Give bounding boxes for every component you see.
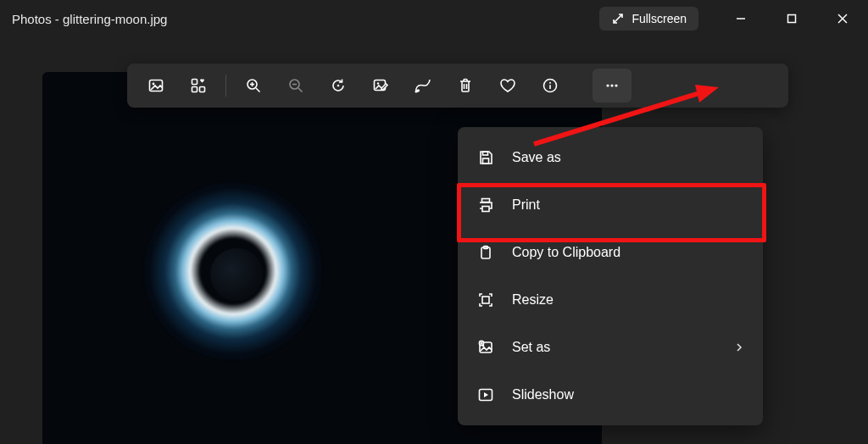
svg-rect-27 xyxy=(482,199,490,203)
chevron-right-icon xyxy=(734,342,744,352)
delete-button[interactable] xyxy=(445,69,486,103)
minimize-button[interactable] xyxy=(715,0,766,37)
print-icon xyxy=(476,196,495,214)
edit-image-icon xyxy=(372,77,389,94)
edit-image-button[interactable] xyxy=(360,69,401,103)
info-icon xyxy=(542,77,559,94)
trash-icon xyxy=(457,77,474,94)
info-button[interactable] xyxy=(530,69,570,103)
svg-rect-1 xyxy=(788,15,796,23)
zoom-out-button[interactable] xyxy=(275,69,316,103)
resize-icon xyxy=(476,291,495,309)
svg-line-10 xyxy=(256,88,260,92)
svg-point-22 xyxy=(606,84,609,86)
svg-point-5 xyxy=(153,83,155,86)
draw-button[interactable] xyxy=(403,69,443,103)
svg-point-18 xyxy=(377,82,379,84)
svg-line-14 xyxy=(298,88,303,92)
gallery-button[interactable] xyxy=(136,69,176,103)
maximize-button[interactable] xyxy=(766,0,817,37)
close-button[interactable] xyxy=(817,0,868,37)
fullscreen-label: Fullscreen xyxy=(632,12,687,25)
svg-rect-26 xyxy=(483,158,489,164)
save-icon xyxy=(476,148,495,167)
menu-label: Slideshow xyxy=(512,387,574,402)
heart-icon xyxy=(498,77,517,94)
menu-label: Set as xyxy=(512,340,550,355)
menu-item-set-as[interactable]: Set as xyxy=(458,324,763,371)
svg-rect-25 xyxy=(483,152,488,155)
menu-item-copy[interactable]: Copy to Clipboard xyxy=(458,229,763,276)
rotate-icon xyxy=(330,77,347,94)
window-controls xyxy=(715,0,868,37)
menu-item-slideshow[interactable]: Slideshow xyxy=(458,371,763,419)
window-title: Photos - glittering-moon.jpg xyxy=(12,12,167,26)
toolbar-separator xyxy=(225,75,226,97)
picture-icon xyxy=(147,77,164,94)
menu-label: Copy to Clipboard xyxy=(512,245,620,260)
svg-rect-28 xyxy=(482,207,489,212)
svg-point-20 xyxy=(549,82,551,84)
rotate-button[interactable] xyxy=(318,69,359,103)
grid-heart-icon xyxy=(190,77,207,94)
zoom-in-button[interactable] xyxy=(233,69,274,103)
svg-rect-31 xyxy=(482,297,489,303)
fullscreen-icon xyxy=(611,12,625,25)
svg-rect-8 xyxy=(200,87,205,92)
fullscreen-button[interactable]: Fullscreen xyxy=(599,7,698,31)
menu-label: Print xyxy=(512,197,540,213)
more-icon xyxy=(604,77,620,94)
apps-button[interactable] xyxy=(178,69,219,103)
svg-point-16 xyxy=(337,85,340,87)
more-button[interactable] xyxy=(593,69,632,103)
menu-item-print[interactable]: Print xyxy=(458,181,763,229)
svg-rect-6 xyxy=(192,80,198,85)
svg-point-24 xyxy=(615,84,617,86)
menu-item-resize[interactable]: Resize xyxy=(458,276,763,324)
slideshow-icon xyxy=(476,386,495,404)
toolbar xyxy=(127,64,788,108)
menu-label: Resize xyxy=(512,292,554,308)
svg-rect-7 xyxy=(192,87,198,92)
svg-point-23 xyxy=(610,84,613,86)
set-as-icon xyxy=(476,338,495,357)
menu-item-save-as[interactable]: Save as xyxy=(458,134,763,181)
more-menu: Save as Print Copy to Clipboard Resize S… xyxy=(458,127,763,425)
menu-label: Save as xyxy=(512,150,561,165)
image-content-moon xyxy=(210,248,263,301)
zoom-out-icon xyxy=(287,77,304,94)
zoom-in-icon xyxy=(245,77,262,94)
favorite-button[interactable] xyxy=(487,69,528,103)
pen-icon xyxy=(414,77,432,94)
clipboard-icon xyxy=(476,243,495,262)
